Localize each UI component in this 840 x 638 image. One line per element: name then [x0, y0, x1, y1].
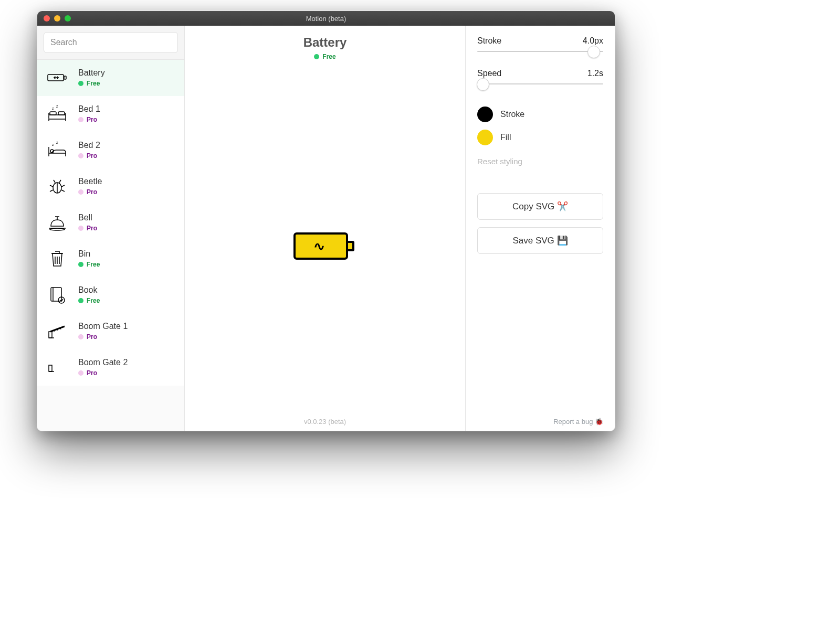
- tier-dot-icon: [314, 54, 319, 59]
- fill-color-row[interactable]: Fill: [477, 130, 603, 145]
- app-window: Motion (beta) BatteryFreezzBed 1ProzzBed…: [37, 10, 615, 431]
- fill-color-swatch[interactable]: [477, 130, 493, 145]
- svg-rect-14: [49, 332, 52, 338]
- tier-dot-icon: [78, 117, 83, 122]
- tier-dot-icon: [78, 370, 83, 376]
- battery-preview-icon: ∿: [293, 232, 356, 262]
- stroke-color-row[interactable]: Stroke: [477, 107, 603, 122]
- sidebar-item-label: Book: [78, 285, 100, 295]
- bin-icon: [46, 248, 69, 269]
- svg-rect-3: [50, 112, 56, 115]
- sidebar-item-book[interactable]: BookFree: [37, 277, 184, 313]
- speed-value: 1.2s: [587, 69, 603, 78]
- sidebar-item-tier: Free: [78, 297, 100, 304]
- sidebar-item-label: Beetle: [78, 177, 102, 186]
- sidebar-item-beetle[interactable]: BeetlePro: [37, 168, 184, 205]
- copy-svg-button[interactable]: Copy SVG ✂️: [477, 193, 603, 220]
- sidebar: BatteryFreezzBed 1ProzzBed 2ProBeetlePro…: [37, 26, 185, 431]
- svg-rect-15: [49, 365, 52, 371]
- svg-text:z: z: [52, 143, 54, 146]
- reset-styling-link[interactable]: Reset styling: [477, 157, 603, 166]
- svg-text:z: z: [56, 141, 58, 144]
- sidebar-item-boom-gate-2[interactable]: Boom Gate 2Pro: [37, 349, 184, 386]
- tier-dot-icon: [78, 226, 83, 231]
- fill-color-label: Fill: [500, 133, 511, 142]
- sidebar-item-tier: Pro: [78, 225, 97, 232]
- zoom-window-button[interactable]: [65, 15, 71, 22]
- svg-rect-12: [51, 288, 61, 301]
- sidebar-item-label: Bed 2: [78, 141, 100, 150]
- tier-dot-icon: [78, 334, 83, 339]
- sidebar-item-tier: Pro: [78, 188, 102, 196]
- window-title: Motion (beta): [37, 15, 615, 23]
- sidebar-item-tier: Pro: [78, 152, 100, 160]
- controls-panel: Stroke 4.0px Speed 1.2s: [466, 26, 615, 431]
- svg-text:z: z: [52, 107, 54, 110]
- boom2-icon: [46, 357, 69, 378]
- stroke-label: Stroke: [477, 36, 501, 46]
- book-icon: [46, 284, 69, 305]
- selected-icon-title: Battery: [185, 35, 465, 50]
- sidebar-item-bin[interactable]: BinFree: [37, 241, 184, 277]
- stroke-value: 4.0px: [583, 36, 603, 46]
- sidebar-item-bed-2[interactable]: zzBed 2Pro: [37, 132, 184, 168]
- sidebar-item-tier: Free: [78, 261, 100, 268]
- tier-dot-icon: [78, 262, 83, 267]
- selected-icon-tier: Free: [185, 53, 465, 60]
- sidebar-item-label: Bed 1: [78, 104, 100, 114]
- save-svg-button[interactable]: Save SVG 💾: [477, 227, 603, 254]
- speed-slider-thumb[interactable]: [477, 78, 489, 91]
- main-panel: Battery Free ∿ v0.0.23 (beta): [185, 26, 466, 431]
- icon-list[interactable]: BatteryFreezzBed 1ProzzBed 2ProBeetlePro…: [37, 60, 184, 431]
- report-bug-link[interactable]: Report a bug 🐞: [553, 418, 603, 426]
- version-label: v0.0.23 (beta): [185, 418, 465, 426]
- svg-rect-2: [49, 115, 66, 119]
- preview-canvas: ∿: [185, 63, 465, 431]
- battery-icon: [46, 67, 69, 88]
- speed-slider[interactable]: [477, 78, 603, 90]
- stroke-slider-thumb[interactable]: [587, 46, 600, 58]
- close-window-button[interactable]: [44, 15, 50, 22]
- search-input[interactable]: [44, 32, 178, 53]
- minimize-window-button[interactable]: [54, 15, 60, 22]
- sidebar-item-bed-1[interactable]: zzBed 1Pro: [37, 96, 184, 132]
- sidebar-item-label: Bin: [78, 249, 100, 259]
- boom1-icon: [46, 321, 69, 342]
- bed2-icon: zz: [46, 140, 69, 161]
- sidebar-item-label: Bell: [78, 213, 97, 222]
- sidebar-item-tier: Pro: [78, 369, 128, 377]
- sidebar-item-boom-gate-1[interactable]: Boom Gate 1Pro: [37, 313, 184, 349]
- svg-rect-4: [58, 112, 65, 115]
- tier-dot-icon: [78, 81, 83, 86]
- speed-label: Speed: [477, 69, 501, 78]
- sidebar-item-tier: Pro: [78, 333, 128, 341]
- beetle-icon: [46, 176, 69, 197]
- sidebar-item-label: Boom Gate 1: [78, 322, 128, 331]
- tier-dot-icon: [78, 298, 83, 303]
- svg-text:z: z: [56, 104, 58, 108]
- tier-dot-icon: [78, 189, 83, 195]
- bed1-icon: zz: [46, 103, 69, 124]
- titlebar: Motion (beta): [37, 11, 615, 26]
- sidebar-item-battery[interactable]: BatteryFree: [37, 60, 184, 96]
- sidebar-item-tier: Free: [78, 80, 105, 87]
- sidebar-item-label: Boom Gate 2: [78, 358, 128, 367]
- svg-point-11: [50, 228, 65, 230]
- sidebar-item-tier: Pro: [78, 116, 100, 123]
- sidebar-item-label: Battery: [78, 68, 105, 78]
- stroke-color-swatch[interactable]: [477, 107, 493, 122]
- svg-rect-1: [64, 76, 66, 79]
- bell-icon: [46, 212, 69, 233]
- tier-dot-icon: [78, 153, 83, 158]
- stroke-color-label: Stroke: [500, 110, 524, 119]
- sidebar-item-bell[interactable]: BellPro: [37, 205, 184, 241]
- stroke-slider[interactable]: [477, 46, 603, 57]
